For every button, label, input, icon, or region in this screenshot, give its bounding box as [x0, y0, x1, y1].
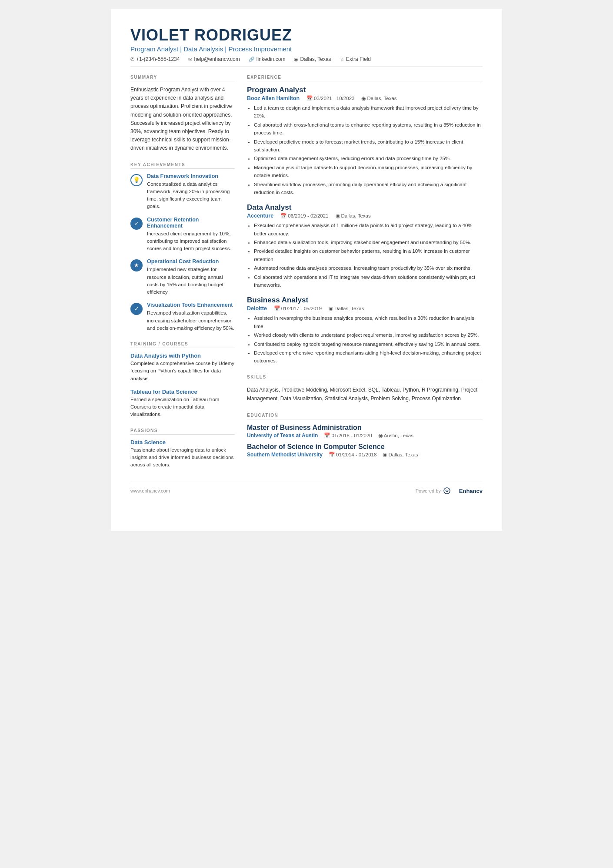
- location-icon: ◉: [294, 57, 298, 62]
- job-bullets-2: Executed comprehensive analysis of 1 mil…: [254, 221, 483, 289]
- achievements-label: KEY ACHIEVEMENTS: [130, 162, 235, 169]
- job-location-3: ◉ Dallas, Texas: [329, 305, 364, 312]
- passions-label: PASSIONS: [130, 428, 235, 435]
- achievement-item-2: ✓ Customer Retention Enhancement Increas…: [130, 217, 235, 253]
- brand-name: Enhancv: [459, 488, 483, 494]
- contact-email: ✉ help@enhancv.com: [188, 56, 240, 62]
- job-location-2: ◉ Dallas, Texas: [336, 213, 371, 219]
- footer: www.enhancv.com Powered by Enhancv: [130, 482, 483, 494]
- enhancv-logo-icon: [443, 487, 456, 494]
- left-column: SUMMARY Enthusiastic Program Analyst wit…: [130, 75, 235, 469]
- summary-text: Enthusiastic Program Analyst with over 4…: [130, 86, 235, 153]
- bullet-3-1: Assisted in revamping the business analy…: [254, 314, 483, 330]
- course-title-1: Data Analysis with Python: [130, 352, 235, 359]
- footer-url: www.enhancv.com: [130, 488, 170, 493]
- job-bullets-3: Assisted in revamping the business analy…: [254, 314, 483, 365]
- job-bullets-1: Led a team to design and implement a dat…: [254, 104, 483, 196]
- bullet-3-2: Worked closely with clients to understan…: [254, 331, 483, 339]
- contact-location: ◉ Dallas, Texas: [294, 56, 331, 62]
- linkedin-icon: 🔗: [249, 57, 255, 62]
- contact-extra: ☆ Extra Field: [340, 56, 371, 62]
- edu-item-1: Master of Business Administration Univer…: [247, 424, 483, 439]
- training-label: TRAINING / COURSES: [130, 342, 235, 348]
- bullet-3-4: Developed comprehensive reporting mechan…: [254, 349, 483, 365]
- bullet-1-6: Streamlined workflow processes, promotin…: [254, 181, 483, 197]
- achievement-icon-bulb: 💡: [130, 174, 143, 186]
- bullet-1-5: Managed analysis of large datasets to su…: [254, 164, 483, 180]
- achievement-content-4: Visualization Tools Enhancement Revamped…: [147, 302, 235, 332]
- bullet-1-3: Developed predictive models to forecast …: [254, 138, 483, 154]
- pin-icon-edu2: ◉: [383, 452, 387, 458]
- job-company-3: Deloitte: [247, 305, 267, 312]
- contact-linkedin: 🔗 linkedin.com: [249, 56, 286, 62]
- edu-dates-1: 📅 01/2018 - 01/2020: [324, 432, 372, 439]
- job-1: Program Analyst Booz Allen Hamilton 📅 03…: [247, 86, 483, 196]
- edu-meta-2: Southern Methodist University 📅 01/2014 …: [247, 452, 483, 458]
- bullet-1-1: Led a team to design and implement a dat…: [254, 104, 483, 120]
- job-title-3: Business Analyst: [247, 296, 483, 305]
- achievement-item-1: 💡 Data Framework Innovation Conceptualiz…: [130, 173, 235, 211]
- bullet-1-2: Collaborated with cross-functional teams…: [254, 121, 483, 137]
- achievement-icon-check-2: ✓: [130, 218, 143, 230]
- achievement-item-4: ✓ Visualization Tools Enhancement Revamp…: [130, 302, 235, 332]
- achievement-title-4: Visualization Tools Enhancement: [147, 302, 235, 308]
- skills-label: SKILLS: [247, 375, 483, 381]
- edu-school-2: Southern Methodist University: [247, 452, 323, 458]
- footer-powered: Powered by Enhancv: [416, 487, 483, 494]
- main-layout: SUMMARY Enthusiastic Program Analyst wit…: [130, 75, 483, 469]
- calendar-icon-2: 📅: [280, 213, 287, 219]
- resume-page: VIOLET RODRIGUEZ Program Analyst | Data …: [111, 9, 502, 531]
- svg-point-0: [444, 488, 450, 494]
- achievement-content-2: Customer Retention Enhancement Increased…: [147, 217, 235, 253]
- pin-icon-3: ◉: [329, 305, 333, 312]
- pin-icon-1: ◉: [361, 95, 366, 101]
- achievement-icon-check-4: ✓: [130, 303, 143, 315]
- edu-location-2: ◉ Dallas, Texas: [383, 452, 418, 458]
- job-title-1: Program Analyst: [247, 86, 483, 94]
- edu-dates-2: 📅 01/2014 - 01/2018: [329, 452, 376, 458]
- calendar-icon-edu2: 📅: [329, 452, 335, 458]
- job-company-1: Booz Allen Hamilton: [247, 95, 300, 101]
- course-desc-1: Completed a comprehensive course by Udem…: [130, 360, 235, 382]
- job-meta-1: Booz Allen Hamilton 📅 03/2021 - 10/2023 …: [247, 95, 483, 101]
- bullet-2-2: Enhanced data visualization tools, impro…: [254, 238, 483, 246]
- course-item-1: Data Analysis with Python Completed a co…: [130, 352, 235, 382]
- experience-label: EXPERIENCE: [247, 75, 483, 81]
- right-column: EXPERIENCE Program Analyst Booz Allen Ha…: [247, 75, 483, 469]
- contact-line: ✆ +1-(234)-555-1234 ✉ help@enhancv.com 🔗…: [130, 56, 483, 67]
- edu-meta-1: University of Texas at Austin 📅 01/2018 …: [247, 432, 483, 439]
- edu-degree-2: Bachelor of Science in Computer Science: [247, 443, 483, 451]
- pin-icon-2: ◉: [336, 213, 340, 219]
- achievement-desc-3: Implemented new strategies for resource …: [147, 266, 235, 296]
- contact-phone: ✆ +1-(234)-555-1234: [130, 56, 180, 62]
- summary-label: SUMMARY: [130, 75, 235, 81]
- achievement-item-3: ★ Operational Cost Reduction Implemented…: [130, 258, 235, 296]
- bullet-2-1: Executed comprehensive analysis of 1 mil…: [254, 221, 483, 238]
- job-location-1: ◉ Dallas, Texas: [361, 95, 396, 101]
- bullet-2-5: Collaborated with operations and IT to i…: [254, 273, 483, 289]
- candidate-title: Program Analyst | Data Analysis | Proces…: [130, 45, 483, 53]
- candidate-name: VIOLET RODRIGUEZ: [130, 26, 483, 44]
- achievement-desc-1: Conceptualized a data analytics framewor…: [147, 181, 235, 211]
- edu-degree-1: Master of Business Administration: [247, 424, 483, 432]
- job-title-2: Data Analyst: [247, 203, 483, 212]
- edu-school-1: University of Texas at Austin: [247, 432, 318, 439]
- email-icon: ✉: [188, 57, 192, 62]
- extra-icon: ☆: [340, 57, 344, 62]
- course-desc-2: Earned a specialization on Tableau from …: [130, 396, 235, 419]
- achievement-title-3: Operational Cost Reduction: [147, 258, 235, 265]
- skills-text: Data Analysis, Predictive Modeling, Micr…: [247, 385, 483, 403]
- passion-desc-1: Passionate about leveraging data to unlo…: [130, 446, 235, 469]
- header: VIOLET RODRIGUEZ Program Analyst | Data …: [130, 26, 483, 67]
- passion-title-1: Data Science: [130, 439, 235, 446]
- calendar-icon-edu1: 📅: [324, 432, 330, 439]
- education-label: EDUCATION: [247, 413, 483, 419]
- job-dates-2: 📅 06/2019 - 02/2021: [280, 213, 328, 219]
- job-meta-3: Deloitte 📅 01/2017 - 05/2019 ◉ Dallas, T…: [247, 305, 483, 312]
- bullet-3-3: Contributed to deploying tools targeting…: [254, 340, 483, 348]
- phone-icon: ✆: [130, 57, 134, 62]
- edu-item-2: Bachelor of Science in Computer Science …: [247, 443, 483, 458]
- pin-icon-edu1: ◉: [378, 432, 383, 439]
- achievement-desc-2: Increased client engagement by 10%, cont…: [147, 230, 235, 253]
- course-item-2: Tableau for Data Science Earned a specia…: [130, 389, 235, 419]
